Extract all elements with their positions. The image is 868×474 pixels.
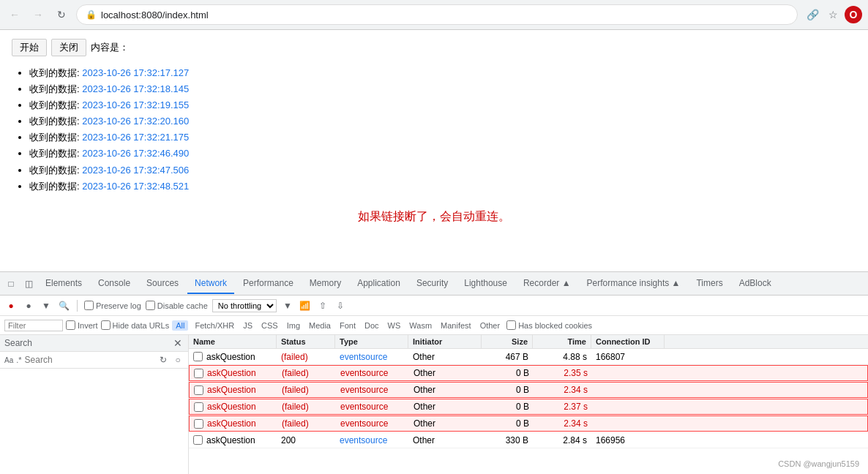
list-item: 收到的数据: 2023-10-26 17:32:19.155 [29, 97, 856, 113]
table-row[interactable]: askQuestion(failed)eventsourceOther0 B2.… [189, 365, 868, 381]
bookmark-button[interactable]: ☆ [824, 6, 842, 23]
tab-network[interactable]: Network [187, 274, 234, 294]
th-connid: Connection ID [591, 335, 665, 348]
share-button[interactable]: 🔗 [804, 6, 821, 23]
filter-type-fetch/xhr[interactable]: Fetch/XHR [191, 320, 238, 331]
record-button[interactable]: ● [4, 299, 18, 312]
td-size: 0 B [482, 417, 534, 430]
throttle-select[interactable]: No throttling [212, 299, 277, 312]
tab-recorder-▲[interactable]: Recorder ▲ [516, 274, 578, 294]
tab-memory[interactable]: Memory [302, 274, 348, 294]
td-time: 2.84 s [533, 434, 591, 447]
watermark: CSDN @wangjun5159 [778, 459, 859, 468]
disable-cache-label[interactable]: Disable cache [146, 301, 208, 310]
td-name: askQuestion [190, 400, 277, 413]
throttle-dropdown-button[interactable]: ▼ [281, 299, 294, 312]
upload-button[interactable]: ⇧ [316, 299, 329, 312]
row-checkbox[interactable] [194, 419, 203, 429]
list-item: 收到的数据: 2023-10-26 17:32:47.506 [29, 162, 856, 178]
address-bar: 🔒 localhost:8080/index.html [76, 4, 798, 25]
preserve-log-label[interactable]: Preserve log [84, 301, 141, 310]
table-row[interactable]: askQuestion(failed)eventsourceOther467 B… [189, 349, 868, 365]
tab-elements[interactable]: Elements [38, 274, 89, 294]
search-input-row: Aa .* ↻ ○ [0, 352, 188, 369]
row-checkbox[interactable] [193, 435, 203, 445]
row-checkbox[interactable] [194, 385, 203, 395]
clear-button[interactable]: ● [22, 299, 35, 312]
search-clear-button[interactable]: ○ [172, 354, 184, 366]
filter-type-font[interactable]: Font [336, 320, 359, 331]
page-content: 开始 关闭 内容是： 收到的数据: 2023-10-26 17:32:17.12… [0, 30, 868, 271]
back-button[interactable]: ← [6, 6, 23, 23]
list-item: 收到的数据: 2023-10-26 17:32:20.160 [29, 113, 856, 129]
filter-type-js[interactable]: JS [239, 320, 256, 331]
search-refresh-button[interactable]: ↻ [157, 354, 169, 366]
search-close-button[interactable]: ✕ [172, 337, 184, 349]
td-time: 4.88 s [533, 350, 591, 364]
list-item: 收到的数据: 2023-10-26 17:32:18.145 [29, 81, 856, 97]
download-button[interactable]: ⇩ [334, 299, 347, 312]
invert-checkbox[interactable] [66, 320, 75, 330]
filter-icon-button[interactable]: ▼ [40, 299, 53, 312]
tab-performance[interactable]: Performance [236, 274, 301, 294]
td-size: 330 B [482, 434, 533, 447]
th-size: Size [482, 335, 533, 348]
filter-type-css[interactable]: CSS [258, 320, 282, 331]
filter-type-doc[interactable]: Doc [361, 320, 383, 331]
has-blocked-cookies-label[interactable]: Has blocked cookies [506, 320, 592, 330]
start-button[interactable]: 开始 [12, 39, 47, 56]
tab-security[interactable]: Security [409, 274, 455, 294]
hide-data-urls-label[interactable]: Hide data URLs [101, 320, 170, 330]
filter-type-img[interactable]: Img [283, 320, 304, 331]
td-initiator: Other [409, 383, 482, 396]
tab-lighthouse[interactable]: Lighthouse [457, 274, 515, 294]
td-time: 2.34 s [534, 383, 592, 396]
tab-performance-insights-▲[interactable]: Performance insights ▲ [580, 274, 688, 294]
tab-application[interactable]: Application [350, 274, 408, 294]
hide-data-urls-checkbox[interactable] [101, 320, 111, 330]
tab-timers[interactable]: Timers [689, 274, 730, 294]
td-initiator: Other [408, 350, 482, 364]
row-checkbox[interactable] [193, 352, 203, 361]
wifi-button[interactable]: 📶 [299, 299, 312, 312]
table-row[interactable]: askQuestion(failed)eventsourceOther0 B2.… [189, 415, 868, 432]
list-item: 收到的数据: 2023-10-26 17:32:48.521 [29, 178, 856, 195]
td-connid: 166956 [591, 434, 665, 447]
invert-label[interactable]: Invert [66, 320, 98, 330]
network-table: Name Status Type Initiator Size Time Con… [189, 335, 868, 474]
td-status: (failed) [277, 400, 336, 413]
row-checkbox[interactable] [194, 369, 203, 378]
devtools-panel: □ ◫ ElementsConsoleSourcesNetworkPerform… [0, 271, 868, 474]
forward-button[interactable]: → [29, 6, 47, 23]
table-row[interactable]: askQuestion200eventsourceOther330 B2.84 … [189, 432, 868, 448]
filter-all-button[interactable]: All [172, 320, 188, 331]
filter-type-ws[interactable]: WS [384, 320, 405, 331]
tab-sources[interactable]: Sources [139, 274, 186, 294]
table-body: askQuestion(failed)eventsourceOther467 B… [189, 349, 868, 448]
filter-types-container: Fetch/XHRJSCSSImgMediaFontDocWSWasmManif… [191, 320, 504, 331]
data-list: 收到的数据: 2023-10-26 17:32:17.127收到的数据: 202… [12, 65, 856, 195]
table-row[interactable]: askQuestion(failed)eventsourceOther0 B2.… [189, 399, 868, 415]
filter-type-wasm[interactable]: Wasm [405, 320, 435, 331]
devtools-tabs: □ ◫ ElementsConsoleSourcesNetworkPerform… [0, 272, 868, 296]
close-button[interactable]: 关闭 [51, 39, 86, 56]
inspect-element-button[interactable]: □ [3, 276, 19, 292]
refresh-button[interactable]: ↻ [53, 6, 70, 23]
preserve-log-checkbox[interactable] [84, 301, 94, 310]
filter-type-other[interactable]: Other [476, 320, 504, 331]
row-checkbox[interactable] [194, 402, 203, 412]
search-network-button[interactable]: 🔍 [57, 299, 70, 312]
browser-chrome: ← → ↻ 🔒 localhost:8080/index.html 🔗 ☆ O [0, 0, 868, 30]
device-toggle-button[interactable]: ◫ [20, 276, 37, 292]
filter-input[interactable] [4, 320, 63, 331]
filter-type-manifest[interactable]: Manifest [437, 320, 475, 331]
search-text-input[interactable] [25, 355, 154, 365]
th-initiator: Initiator [408, 335, 482, 348]
filter-type-media[interactable]: Media [305, 320, 334, 331]
tab-adblock[interactable]: AdBlock [732, 274, 779, 294]
td-size: 0 B [482, 366, 534, 380]
tab-console[interactable]: Console [91, 274, 138, 294]
disable-cache-checkbox[interactable] [146, 301, 155, 310]
has-blocked-cookies-checkbox[interactable] [506, 320, 516, 330]
table-row[interactable]: askQuestion(failed)eventsourceOther0 B2.… [189, 382, 868, 398]
